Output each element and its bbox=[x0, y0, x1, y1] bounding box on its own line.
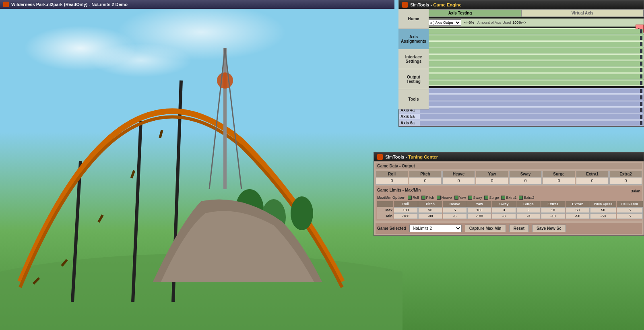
dof-bar-roll2 bbox=[420, 74, 643, 79]
dof-indicator-heave bbox=[640, 42, 642, 46]
checkbox-surge[interactable]: Surge bbox=[484, 196, 499, 200]
checkbox-yaw[interactable]: Yaw bbox=[454, 196, 466, 200]
nav-item-tools[interactable]: Tools bbox=[398, 89, 429, 109]
min-extra2-input[interactable] bbox=[566, 213, 590, 219]
col-header-extra2: Extra2 bbox=[610, 171, 642, 177]
data-col-pitch: Pitch 0 bbox=[409, 171, 442, 185]
min-label: Min bbox=[377, 213, 393, 219]
max-pitch-speed-input[interactable] bbox=[590, 207, 616, 213]
limits-col-extra2: Extra2 bbox=[566, 201, 590, 207]
max-roll-speed-input[interactable] bbox=[617, 207, 643, 213]
dof-indicator-roll bbox=[640, 29, 642, 33]
game-selected-label: Game Selected bbox=[377, 226, 406, 231]
col-value-heave: 0 bbox=[443, 177, 475, 184]
dof-row-pitch: Pitch bbox=[399, 35, 644, 41]
simtools-game-engine-panel: SimTools - Game Engine Axis Testing Virt… bbox=[398, 0, 644, 127]
tab-virtual-axis[interactable]: Virtual Axis bbox=[521, 9, 644, 17]
checkbox-pitch-box[interactable] bbox=[421, 196, 425, 200]
min-sway-input[interactable] bbox=[492, 213, 516, 219]
svg-rect-8 bbox=[159, 130, 163, 138]
checkbox-extra1-label: Extra1 bbox=[506, 196, 516, 200]
reset-button[interactable]: Reset bbox=[509, 225, 529, 232]
maxmin-option-label: Max/Min Option- bbox=[377, 196, 405, 200]
save-new-sc-button[interactable]: Save New Sc bbox=[532, 225, 566, 232]
svg-rect-6 bbox=[97, 214, 103, 223]
nav-item-home[interactable]: Home bbox=[398, 9, 429, 29]
max-extra2-input[interactable] bbox=[566, 207, 590, 213]
dof-indicator-pitch bbox=[640, 36, 642, 40]
col-value-pitch: 0 bbox=[409, 177, 441, 184]
nav-item-axis-assignments[interactable]: Axis Assignments bbox=[398, 29, 429, 49]
min-roll-input[interactable] bbox=[394, 213, 418, 219]
data-col-yaw: Yaw 0 bbox=[476, 171, 508, 185]
checkbox-surge-box[interactable] bbox=[484, 196, 488, 200]
checkbox-pitch[interactable]: Pitch bbox=[421, 196, 434, 200]
checkbox-sway[interactable]: Sway bbox=[468, 196, 482, 200]
col-value-surge: 0 bbox=[543, 177, 575, 184]
axis-bar-3a bbox=[420, 101, 643, 106]
checkbox-extra2-box[interactable] bbox=[519, 196, 523, 200]
checkbox-extra2[interactable]: Extra2 bbox=[519, 196, 534, 200]
game-limits-section: Game Limits - Max/Min Balan Max/Min Opti… bbox=[376, 186, 642, 221]
dof-row-roll2: Roll bbox=[399, 73, 644, 80]
min-surge-input[interactable] bbox=[516, 213, 541, 219]
max-sway-input[interactable] bbox=[492, 207, 516, 213]
col-header-sway: Sway bbox=[510, 171, 541, 177]
max-yaw-input[interactable] bbox=[467, 207, 491, 213]
axis-indicator-5a bbox=[640, 115, 642, 119]
checkbox-heave[interactable]: Heave bbox=[437, 196, 452, 200]
max-extra1-input[interactable] bbox=[541, 207, 565, 213]
game-select[interactable]: NoLimits 2 bbox=[409, 225, 462, 232]
axis-indicator-4a bbox=[640, 108, 642, 112]
checkbox-extra1-box[interactable] bbox=[501, 196, 505, 200]
tuning-icon bbox=[377, 154, 383, 160]
bottom-row: Game Selected NoLimits 2 Capture Max Min… bbox=[376, 223, 642, 234]
dof-bar-pitch2 bbox=[420, 68, 643, 72]
col-value-extra2: 0 bbox=[610, 177, 642, 184]
axis-tabs: Axis Testing Virtual Axis bbox=[399, 9, 644, 17]
checkbox-roll-box[interactable] bbox=[408, 196, 412, 200]
tuning-sim: Sim bbox=[385, 155, 393, 159]
data-col-heave: Heave 0 bbox=[442, 171, 475, 185]
options-row: Max/Min Option- Roll Pitch Heave Yaw bbox=[377, 196, 640, 200]
limits-col-surge: Surge bbox=[516, 201, 541, 207]
nav-item-interface-settings[interactable]: Interface Settings bbox=[398, 49, 429, 69]
dof-indicator-yaw bbox=[640, 49, 642, 53]
data-col-extra1: Extra1 0 bbox=[576, 171, 609, 185]
checkbox-heave-box[interactable] bbox=[437, 196, 441, 200]
axis-label-6a: Axis 6a bbox=[399, 121, 419, 125]
checkbox-yaw-box[interactable] bbox=[454, 196, 458, 200]
min-extra1-input[interactable] bbox=[541, 213, 565, 219]
max-pitch-input[interactable] bbox=[418, 207, 442, 213]
max-heave-input[interactable] bbox=[443, 207, 467, 213]
subtitle-text: Game Engine bbox=[433, 2, 461, 7]
game-data-header: Game Data - Output bbox=[376, 163, 642, 169]
dof-indicator-yaw2 bbox=[640, 81, 642, 85]
axis-select[interactable]: ( a ) Axis Output bbox=[425, 19, 461, 26]
axis-row-4a: Axis 4a bbox=[399, 107, 644, 113]
min-roll-speed-input[interactable] bbox=[617, 213, 643, 219]
dof-bar-surge bbox=[420, 61, 643, 66]
checkbox-extra1[interactable]: Extra1 bbox=[501, 196, 516, 200]
svg-rect-12 bbox=[223, 48, 227, 189]
dof-row-surge: Surge bbox=[399, 60, 644, 67]
min-heave-input[interactable] bbox=[443, 213, 467, 219]
min-pitch-speed-input[interactable] bbox=[590, 213, 616, 219]
data-col-surge: Surge 0 bbox=[543, 171, 575, 185]
max-surge-input[interactable] bbox=[516, 207, 541, 213]
min-yaw-input[interactable] bbox=[467, 213, 491, 219]
dof-row-pitch2: Pitch bbox=[399, 67, 644, 73]
game-limits-header: Game Limits - Max/Min bbox=[377, 188, 421, 192]
dof-indicator-pitch2 bbox=[640, 68, 642, 72]
nav-item-output-testing[interactable]: Output Testing bbox=[398, 69, 429, 89]
axis-header-row: Axis Selection ( a ) Axis Output <--0% A… bbox=[399, 19, 644, 27]
min-pitch-input[interactable] bbox=[418, 213, 442, 219]
capture-max-min-button[interactable]: Capture Max Min bbox=[465, 225, 506, 232]
max-roll-input[interactable] bbox=[394, 207, 418, 213]
limits-col-yaw: Yaw bbox=[467, 201, 491, 207]
axis-bar-6a bbox=[420, 121, 643, 126]
checkbox-roll[interactable]: Roll bbox=[408, 196, 419, 200]
checkbox-sway-box[interactable] bbox=[468, 196, 472, 200]
limits-col-empty bbox=[377, 201, 393, 207]
axis-row-2a: Axis 2a bbox=[399, 94, 644, 101]
